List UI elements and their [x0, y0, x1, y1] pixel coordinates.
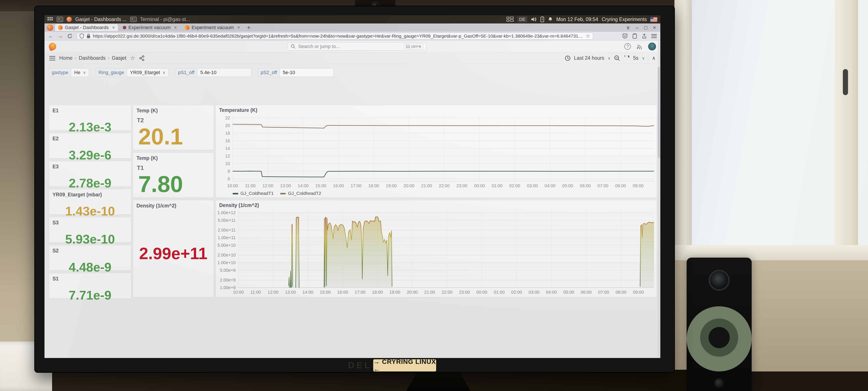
user-avatar[interactable] — [648, 43, 656, 50]
svg-text:10:00: 10:00 — [227, 183, 238, 188]
speaker-tweeter — [709, 270, 730, 291]
lock-icon[interactable] — [86, 33, 91, 39]
save-to-pocket-icon[interactable] — [622, 33, 628, 39]
volume-icon[interactable] — [531, 17, 537, 22]
share-dashboard-icon[interactable] — [139, 55, 145, 61]
os-window-title[interactable]: Gasjet - Dashboards ... — [75, 17, 127, 22]
window-close-button[interactable]: × — [653, 25, 656, 31]
variable-gastype[interactable]: gastype He∨ — [49, 68, 89, 77]
collapse-controls-icon[interactable]: ∧ — [652, 55, 656, 61]
variable-input[interactable]: 5.4e-10 — [197, 68, 251, 77]
firefox-menu-icon[interactable] — [46, 24, 53, 31]
stat-panel-e2[interactable]: E2 3.29e-6 — [49, 133, 131, 159]
stat-panel-e3[interactable]: E3 2.78e-9 — [49, 161, 131, 187]
terminal-icon[interactable]: >_ — [57, 17, 63, 22]
temperature-chart-svg[interactable]: 681012141618202210:0011:0012:0013:0014:0… — [216, 105, 657, 198]
tab-list-chevron-icon[interactable]: ∨ — [626, 25, 630, 31]
firefox-app-icon[interactable] — [67, 17, 72, 22]
tab-gasjet-dashboards[interactable]: Gasjet - Dashboards × — [55, 24, 118, 31]
variable-ps2-off[interactable]: pS2_off 5e-10 — [258, 68, 334, 77]
svg-text:1.00e+9: 1.00e+9 — [220, 285, 236, 290]
window-maximize-button[interactable]: □ — [644, 25, 647, 31]
os-terminal-title[interactable]: Terminal - pi@gas-st... — [140, 17, 190, 22]
variable-value: YR09_Etarget — [130, 70, 160, 75]
search-input[interactable]: Search or jump to... ctrl+k — [287, 43, 426, 51]
svg-text:23:00: 23:00 — [459, 290, 470, 295]
chevron-down-icon[interactable]: ∨ — [608, 56, 611, 61]
help-icon[interactable]: ? — [624, 43, 631, 50]
tab-label: Experiment vacuum — [192, 25, 234, 30]
keyboard-layout-indicator[interactable]: DE — [517, 16, 527, 22]
scrollbar-thumb[interactable] — [658, 67, 660, 158]
window-frame-right — [835, 0, 858, 245]
stat-panel-yr09-etarget[interactable]: YR09_Etarget (mbar) 1.43e-10 — [49, 189, 131, 215]
variable-input[interactable]: 5e-10 — [279, 68, 334, 77]
svg-text:18:00: 18:00 — [372, 290, 383, 295]
stat-panel-temp-t2[interactable]: Temp (K) T2 20.1 — [133, 105, 214, 150]
breadcrumb-dashboards[interactable]: Dashboards — [79, 55, 106, 61]
session-label[interactable]: Cryring Experiments — [602, 17, 647, 22]
monitor: DELL → CRYRING LINUX ← >_ Gasjet - Dashb… — [34, 6, 675, 373]
grafana-logo-icon[interactable] — [48, 42, 57, 51]
svg-text:14:00: 14:00 — [298, 183, 309, 188]
breadcrumb-current[interactable]: Gasjet — [112, 55, 126, 61]
url-text[interactable]: https://atppc022.gsi.de:3000/d/ca1c4dda-… — [93, 33, 583, 39]
variable-ps1-off[interactable]: pS1_off 5.4e-10 — [175, 68, 251, 77]
svg-text:20:00: 20:00 — [407, 290, 418, 295]
temperature-chart-canvas[interactable]: 681012141618202210:0011:0012:0013:0014:0… — [216, 105, 657, 197]
reload-icon[interactable] — [67, 33, 73, 39]
favorite-star-icon[interactable]: ☆ — [130, 55, 135, 61]
scrollbar[interactable] — [658, 40, 660, 358]
density-chart-canvas[interactable]: 1.00e+125.00e+112.00e+111.00e+115.00e+10… — [216, 200, 657, 297]
chevron-down-icon[interactable]: ∨ — [642, 56, 645, 61]
stat-panel-e1[interactable]: E1 2.13e-3 — [49, 105, 131, 131]
svg-text:22:00: 22:00 — [439, 183, 450, 188]
variable-ring-gauge[interactable]: Ring_gauge YR09_Etarget∨ — [95, 68, 168, 77]
workspace-grid-icon[interactable] — [48, 17, 53, 22]
tab-experiment-vacuum-1[interactable]: Experiment vacuum × — [120, 24, 180, 31]
clock[interactable]: Mon 12 Feb, 09:54 — [556, 17, 598, 22]
bookmark-star-icon[interactable]: ☆ — [586, 33, 590, 39]
tab-experiment-vacuum-2[interactable]: Experiment vacuum × — [182, 24, 243, 31]
mega-menu-icon[interactable] — [49, 56, 55, 60]
tab-close-icon[interactable]: × — [237, 25, 240, 30]
chevron-down-icon: ∨ — [162, 70, 165, 75]
svg-text:19:00: 19:00 — [386, 183, 397, 188]
stat-panel-density[interactable]: Density (1/cm^2) 2.99e+11 — [133, 200, 214, 297]
window-minimize-button[interactable]: – — [636, 25, 639, 31]
breadcrumb-home[interactable]: Home — [59, 55, 72, 61]
url-field[interactable]: https://atppc022.gsi.de:3000/d/ca1c4dda-… — [76, 33, 593, 39]
chevron-down-icon: ∨ — [83, 70, 86, 75]
temperature-chart-panel[interactable]: Temperature (K) 681012141618202210:0011:… — [215, 105, 657, 198]
svg-text:03:00: 03:00 — [529, 290, 539, 295]
notification-bell-icon[interactable] — [548, 17, 553, 22]
browser-menu-icon[interactable] — [651, 34, 657, 38]
screen-layout-icon[interactable] — [506, 17, 514, 22]
tab-close-icon[interactable]: × — [174, 25, 177, 30]
svg-text:17:00: 17:00 — [354, 290, 365, 295]
stat-panel-s3[interactable]: S3 5.93e-10 — [49, 217, 131, 243]
time-range-picker[interactable]: Last 24 hours — [574, 55, 604, 61]
news-icon[interactable] — [637, 44, 643, 49]
stat-panel-s2[interactable]: S2 4.48e-9 — [49, 245, 131, 271]
terminal-icon[interactable]: >_ — [130, 17, 137, 22]
clipboard-icon[interactable] — [632, 33, 637, 39]
new-tab-button[interactable]: + — [245, 24, 253, 31]
stat-panel-s1[interactable]: S1 7.71e-9 — [49, 273, 131, 299]
density-chart-panel[interactable]: Density (1/cm^2) 1.00e+125.00e+112.00e+1… — [215, 200, 657, 297]
tracking-shield-icon[interactable] — [80, 33, 84, 39]
battery-icon[interactable] — [540, 17, 544, 22]
svg-text:22: 22 — [225, 116, 230, 120]
refresh-icon[interactable] — [624, 55, 630, 61]
svg-text:02:00: 02:00 — [511, 290, 522, 295]
refresh-interval[interactable]: 5s — [633, 55, 639, 61]
forward-button[interactable]: → — [58, 33, 63, 39]
share-icon[interactable] — [642, 33, 647, 39]
back-button[interactable]: ← — [48, 33, 54, 39]
svg-text:2.00e+9: 2.00e+9 — [220, 278, 236, 282]
svg-text:1.00e+11: 1.00e+11 — [218, 235, 236, 240]
stat-panel-temp-t1[interactable]: Temp (K) T1 7.80 — [133, 152, 214, 198]
zoom-out-icon[interactable] — [614, 55, 620, 61]
tab-close-icon[interactable]: × — [112, 25, 115, 30]
density-chart-svg[interactable]: 1.00e+125.00e+112.00e+111.00e+115.00e+10… — [216, 200, 657, 298]
